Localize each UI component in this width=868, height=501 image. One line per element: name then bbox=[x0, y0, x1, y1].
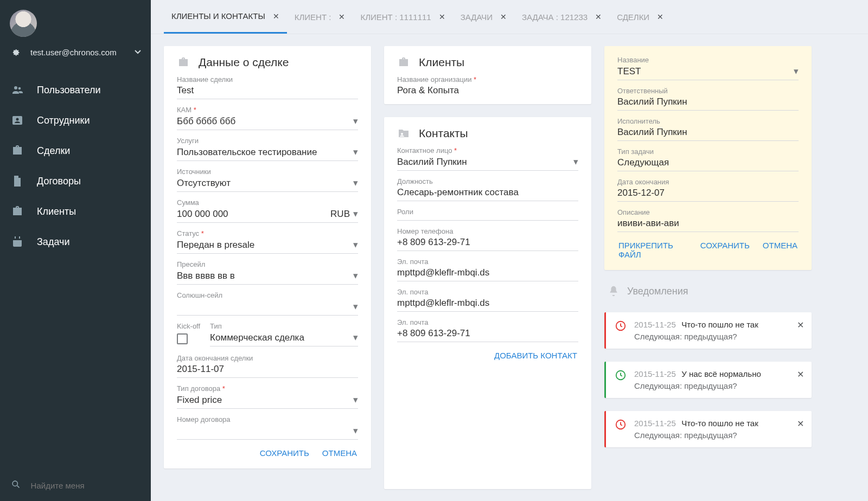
email-input[interactable]: mpttpd@kleflr-mbqi.ds bbox=[397, 266, 578, 281]
status-select[interactable]: Передан в presale▾ bbox=[177, 237, 358, 254]
notif-sub: Следующая: предыдущая? bbox=[634, 431, 803, 440]
notif-title: Что-то пошло не так bbox=[681, 419, 758, 428]
svg-point-8 bbox=[12, 481, 17, 486]
field-label: Номер договора bbox=[177, 415, 358, 423]
close-icon[interactable]: ✕ bbox=[273, 12, 279, 21]
field-label: Эл. почта bbox=[397, 318, 578, 326]
save-button[interactable]: СОХРАНИТЬ bbox=[260, 448, 309, 458]
deal-name-input[interactable]: Test bbox=[177, 84, 358, 99]
gear-icon bbox=[10, 47, 21, 57]
task-type-input[interactable]: Следующая bbox=[617, 156, 799, 171]
notification-error: ✕ 2015-11-25 Что-то пошло не так Следующ… bbox=[604, 411, 812, 447]
field-label: Должность bbox=[397, 177, 578, 185]
chevron-down-icon bbox=[135, 50, 141, 54]
card-title: Данные о сделке bbox=[199, 56, 289, 69]
close-icon[interactable]: ✕ bbox=[339, 12, 345, 21]
sidebar-item-contracts[interactable]: Договоры bbox=[0, 166, 151, 196]
contract-type-select[interactable]: Fixed price▾ bbox=[177, 393, 358, 409]
kam-select[interactable]: Ббб бббб ббб▾ bbox=[177, 114, 358, 130]
close-icon[interactable]: ✕ bbox=[500, 12, 507, 21]
task-enddate-input[interactable]: 2015-12-07 bbox=[617, 186, 799, 202]
currency-label: RUB bbox=[330, 209, 350, 220]
sidebar-item-employees[interactable]: Сотрудники bbox=[0, 105, 151, 136]
field-label: Эл. почта bbox=[397, 288, 578, 296]
sidebar-item-users[interactable]: Пользователи bbox=[0, 75, 151, 105]
sidebar-item-deals[interactable]: Сделки bbox=[0, 136, 151, 166]
type-select[interactable]: Коммерческая сделка▾ bbox=[210, 330, 358, 346]
position-input[interactable]: Слесарь-ремонтник состава bbox=[397, 185, 578, 201]
sources-select[interactable]: Отсутствуют▾ bbox=[177, 176, 358, 192]
tab-tasks[interactable]: ЗАДАЧИ ✕ bbox=[453, 0, 514, 34]
cancel-button[interactable]: ОТМЕНА bbox=[763, 241, 797, 259]
svg-rect-5 bbox=[13, 238, 22, 240]
field-label: Тип договора * bbox=[177, 384, 358, 393]
bell-icon bbox=[608, 285, 620, 297]
document-icon bbox=[11, 175, 24, 188]
close-icon[interactable]: ✕ bbox=[595, 12, 602, 21]
roles-input[interactable] bbox=[397, 216, 578, 221]
contact-folder-icon bbox=[397, 127, 410, 140]
sum-input[interactable]: 100 000 000RUB▾ bbox=[177, 207, 358, 223]
close-icon[interactable]: ✕ bbox=[797, 320, 804, 330]
people-icon bbox=[11, 84, 24, 97]
person-card-icon bbox=[11, 114, 24, 127]
task-name-select[interactable]: TEST▾ bbox=[617, 64, 799, 80]
phone-input[interactable]: +8 809 613-29-71 bbox=[397, 235, 578, 251]
sidebar-item-clients[interactable]: Клиенты bbox=[0, 196, 151, 227]
close-icon[interactable]: ✕ bbox=[657, 12, 663, 21]
field-label: Тип задачи bbox=[617, 147, 799, 156]
presale-select[interactable]: Ввв вввв вв в▾ bbox=[177, 268, 358, 285]
field-label: Статус * bbox=[177, 229, 358, 237]
cancel-button[interactable]: ОТМЕНА bbox=[322, 448, 357, 458]
attach-file-button[interactable]: ПРИКРЕПИТЬ ФАЙЛ bbox=[618, 241, 687, 259]
notification-ok: ✕ 2015-11-25 У нас всё нормально Следующ… bbox=[604, 362, 812, 398]
tab-task-121233[interactable]: ЗАДАЧА : 121233 ✕ bbox=[514, 0, 609, 34]
field-label: Ответственный bbox=[617, 87, 799, 95]
search-icon bbox=[11, 479, 21, 491]
email-input[interactable]: mpttpd@kleflr-mbqi.ds bbox=[397, 296, 578, 312]
nav-label: Сделки bbox=[37, 145, 70, 157]
close-icon[interactable]: ✕ bbox=[797, 369, 804, 380]
section-title-text: Уведомления bbox=[627, 286, 688, 297]
sidebar-item-tasks[interactable]: Задачи bbox=[0, 227, 151, 257]
enddate-input[interactable]: 2015-11-07 bbox=[177, 362, 358, 378]
executor-input[interactable]: Василий Пупкин bbox=[617, 125, 799, 141]
contact-person-select[interactable]: Василий Пупкин▾ bbox=[397, 155, 578, 171]
add-contact-button[interactable]: ДОБАВИТЬ КОНТАКТ bbox=[494, 351, 577, 360]
contacts-card: Контакты Контактное лицо *Василий Пупкин… bbox=[384, 117, 591, 489]
chevron-down-icon: ▾ bbox=[353, 301, 358, 312]
nav-label: Договоры bbox=[37, 176, 81, 187]
briefcase-icon bbox=[11, 144, 24, 157]
close-icon[interactable]: ✕ bbox=[797, 419, 804, 429]
tab-client[interactable]: КЛИЕНТ : ✕ bbox=[287, 0, 353, 34]
main: КЛИЕНТЫ И КОНТАКТЫ ✕ КЛИЕНТ : ✕ КЛИЕНТ :… bbox=[151, 0, 868, 501]
responsible-input[interactable]: Василий Пупкин bbox=[617, 95, 799, 111]
solution-select[interactable]: ▾ bbox=[177, 299, 358, 316]
search-row bbox=[0, 470, 151, 501]
chevron-down-icon: ▾ bbox=[353, 115, 358, 127]
services-select[interactable]: Пользовательское тестирование▾ bbox=[177, 145, 358, 161]
close-icon[interactable]: ✕ bbox=[439, 12, 445, 21]
briefcase-icon bbox=[11, 205, 24, 218]
clients-card: Клиенты Название организации *Рога & Коп… bbox=[384, 46, 591, 104]
tab-client-1111111[interactable]: КЛИЕНТ : 1111111 ✕ bbox=[353, 0, 452, 34]
email-input[interactable]: +8 809 613-29-71 bbox=[397, 326, 578, 342]
avatar[interactable] bbox=[10, 10, 37, 37]
kickoff-checkbox[interactable] bbox=[177, 330, 200, 348]
chevron-down-icon: ▾ bbox=[353, 425, 358, 436]
clock-icon bbox=[615, 320, 627, 332]
tab-deals[interactable]: СДЕЛКИ ✕ bbox=[609, 0, 671, 34]
task-desc-input[interactable]: ививи-ави-ави bbox=[617, 216, 799, 232]
tabsbar: КЛИЕНТЫ И КОНТАКТЫ ✕ КЛИЕНТ : ✕ КЛИЕНТ :… bbox=[151, 0, 868, 34]
tab-clients-contacts[interactable]: КЛИЕНТЫ И КОНТАКТЫ ✕ bbox=[164, 0, 287, 34]
user-row[interactable]: test.user@chronos.com bbox=[0, 41, 151, 65]
field-label: Тип bbox=[210, 322, 358, 330]
tab-label: СДЕЛКИ bbox=[617, 12, 649, 22]
contract-num-select[interactable]: ▾ bbox=[177, 423, 358, 440]
save-button[interactable]: СОХРАНИТЬ bbox=[700, 241, 750, 259]
nav-label: Пользователи bbox=[37, 85, 100, 96]
org-name[interactable]: Рога & Копыта bbox=[397, 84, 578, 99]
search-input[interactable] bbox=[31, 481, 140, 490]
svg-point-0 bbox=[14, 86, 17, 89]
notif-sub: Следующая: предыдущая? bbox=[634, 332, 803, 341]
